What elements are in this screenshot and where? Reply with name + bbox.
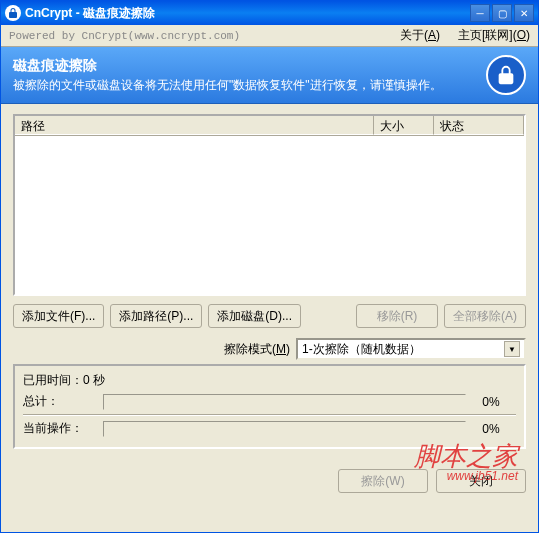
powered-by-text: Powered by CnCrypt(www.cncrypt.com) xyxy=(9,30,382,42)
footer: 擦除(W) 关闭 xyxy=(1,465,538,501)
list-header: 路径 大小 状态 xyxy=(15,116,524,136)
content-area: 路径 大小 状态 添加文件(F)... 添加路径(P)... 添加磁盘(D)..… xyxy=(1,104,538,465)
current-label: 当前操作： xyxy=(23,420,103,437)
banner: 磁盘痕迹擦除 被擦除的文件或磁盘设备将无法使用任何"数据恢复软件"进行恢复，请谨… xyxy=(1,47,538,104)
app-icon xyxy=(5,5,21,21)
total-label: 总计： xyxy=(23,393,103,410)
close-button[interactable]: ✕ xyxy=(514,4,534,22)
maximize-button[interactable]: ▢ xyxy=(492,4,512,22)
status-box: 已用时间：0 秒 总计： 0% 当前操作： 0% xyxy=(13,364,526,449)
lock-icon xyxy=(486,55,526,95)
wipe-button[interactable]: 擦除(W) xyxy=(338,469,428,493)
remove-all-button[interactable]: 全部移除(A) xyxy=(444,304,526,328)
col-size[interactable]: 大小 xyxy=(374,116,434,135)
add-path-button[interactable]: 添加路径(P)... xyxy=(110,304,202,328)
divider xyxy=(23,414,516,416)
mode-label: 擦除模式(M) xyxy=(224,341,290,358)
add-file-button[interactable]: 添加文件(F)... xyxy=(13,304,104,328)
col-path[interactable]: 路径 xyxy=(15,116,374,135)
window-buttons: ─ ▢ ✕ xyxy=(470,4,534,22)
add-disk-button[interactable]: 添加磁盘(D)... xyxy=(208,304,301,328)
current-pct: 0% xyxy=(466,422,516,436)
mode-value: 1-次擦除（随机数据） xyxy=(302,341,421,358)
total-pct: 0% xyxy=(466,395,516,409)
home-menu[interactable]: 主页[联网](O) xyxy=(458,27,530,44)
remove-button[interactable]: 移除(R) xyxy=(356,304,438,328)
total-row: 总计： 0% xyxy=(23,393,516,410)
mode-select[interactable]: 1-次擦除（随机数据） ▼ xyxy=(296,338,526,360)
mode-row: 擦除模式(M) 1-次擦除（随机数据） ▼ xyxy=(13,338,526,360)
banner-text: 磁盘痕迹擦除 被擦除的文件或磁盘设备将无法使用任何"数据恢复软件"进行恢复，请谨… xyxy=(13,57,486,94)
window-title: CnCrypt - 磁盘痕迹擦除 xyxy=(25,5,470,22)
minimize-button[interactable]: ─ xyxy=(470,4,490,22)
list-body[interactable] xyxy=(15,136,524,296)
button-row: 添加文件(F)... 添加路径(P)... 添加磁盘(D)... 移除(R) 全… xyxy=(13,304,526,328)
banner-sub: 被擦除的文件或磁盘设备将无法使用任何"数据恢复软件"进行恢复，请谨慎操作。 xyxy=(13,77,486,94)
app-window: CnCrypt - 磁盘痕迹擦除 ─ ▢ ✕ Powered by CnCryp… xyxy=(0,0,539,533)
spacer xyxy=(307,304,350,328)
current-progress xyxy=(103,421,466,437)
close-footer-button[interactable]: 关闭 xyxy=(436,469,526,493)
total-progress xyxy=(103,394,466,410)
current-row: 当前操作： 0% xyxy=(23,420,516,437)
elapsed-time: 已用时间：0 秒 xyxy=(23,372,516,389)
banner-heading: 磁盘痕迹擦除 xyxy=(13,57,486,75)
chevron-down-icon: ▼ xyxy=(504,341,520,357)
about-menu[interactable]: 关于(A) xyxy=(400,27,440,44)
file-list[interactable]: 路径 大小 状态 xyxy=(13,114,526,296)
col-status[interactable]: 状态 xyxy=(434,116,524,135)
titlebar: CnCrypt - 磁盘痕迹擦除 ─ ▢ ✕ xyxy=(1,1,538,25)
toolbar: Powered by CnCrypt(www.cncrypt.com) 关于(A… xyxy=(1,25,538,47)
